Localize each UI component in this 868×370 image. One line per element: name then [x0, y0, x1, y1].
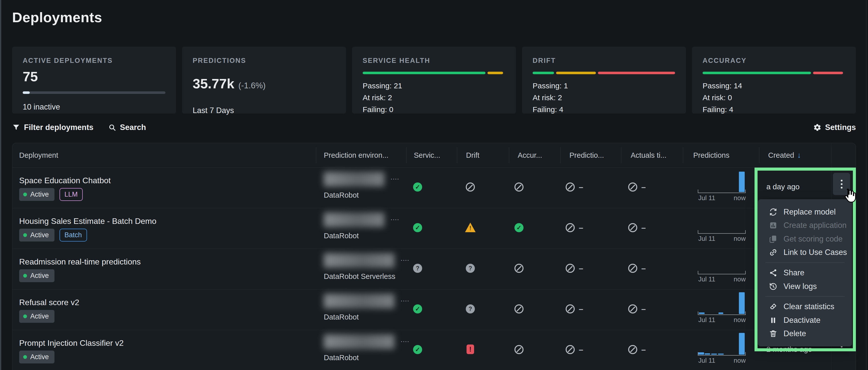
deployment-actions-menu: Replace model Create application Get sco… — [758, 199, 852, 346]
menu-item-share[interactable]: Share — [758, 266, 851, 280]
sparkline-end-label: now — [734, 235, 746, 243]
deployments-table: Deployment Prediction environ... Servic.… — [12, 143, 856, 370]
card-active-deployments: ACTIVE DEPLOYMENTS 75 10 inactive — [12, 47, 176, 114]
active-deployments-progressbar — [23, 91, 165, 94]
filter-label: Filter deployments — [24, 123, 94, 132]
drift-status-icon — [466, 182, 475, 192]
no-value-dash — [641, 264, 646, 273]
table-row-housing-sales-estimate[interactable]: Housing Sales Estimate - Batch Demo Acti… — [12, 208, 856, 249]
card-label: ACTIVE DEPLOYMENTS — [23, 57, 165, 65]
deployment-name[interactable]: Prompt Injection Classifier v2 — [19, 338, 124, 348]
drift-status-icon — [466, 264, 475, 273]
sparkline-start-label: Jul 11 — [698, 275, 715, 283]
prediction-timeliness-status-icon — [566, 182, 575, 192]
at-risk-count: At risk: 2 — [533, 92, 675, 104]
filter-deployments-button[interactable]: Filter deployments — [12, 123, 94, 132]
deployment-name[interactable]: Space Education Chatbot — [19, 176, 111, 185]
at-risk-count: At risk: 2 — [363, 92, 505, 104]
service-health-status-icon — [413, 182, 422, 192]
table-row-space-education-chatbot[interactable]: Space Education Chatbot Active LLM .... … — [12, 167, 856, 208]
column-header-created[interactable]: Created — [768, 143, 801, 167]
drift-status-icon — [467, 344, 474, 354]
sparkline-axis — [698, 233, 746, 234]
column-header-service[interactable]: Servic... — [414, 143, 440, 167]
created-cell: a day ago — [766, 182, 800, 191]
prediction-timeliness-status-icon — [566, 264, 575, 273]
accuracy-statusbar — [703, 72, 845, 74]
redaction-ellipsis: .... — [391, 215, 399, 222]
redaction-ellipsis: .... — [401, 296, 409, 303]
trash-icon — [769, 330, 777, 338]
table-row-refusal-score[interactable]: Refusal score v2 Active .... DataRobot J… — [12, 289, 856, 330]
menu-divider — [765, 262, 844, 263]
deployment-type-badge: Batch — [60, 229, 87, 241]
prediction-timeliness-status-icon — [566, 223, 575, 232]
card-drift: DRIFT Passing: 1 At risk: 2 Failing: 4 — [522, 47, 686, 114]
status-badge: Active — [19, 310, 55, 323]
menu-item-delete[interactable]: Delete — [758, 327, 851, 340]
environment-platform: DataRobot — [324, 191, 359, 199]
predictions-sparkline: Jul 11 now — [698, 333, 746, 362]
link-icon — [769, 248, 777, 257]
menu-item-create-application: Create application — [758, 219, 851, 232]
redacted-environment-name — [324, 294, 395, 308]
menu-item-link-to-use-cases[interactable]: Link to Use Cases — [758, 246, 851, 259]
pause-icon — [769, 316, 777, 324]
menu-item-deactivate[interactable]: Deactivate — [758, 313, 851, 327]
accuracy-status-icon — [515, 304, 524, 313]
table-row-prompt-injection-classifier[interactable]: Prompt Injection Classifier v2 Active ..… — [12, 330, 856, 370]
actuals-timeliness-status-icon — [628, 264, 637, 273]
menu-item-clear-statistics[interactable]: Clear statistics — [758, 300, 851, 313]
prediction-timeliness-status-icon — [566, 345, 575, 354]
settings-button[interactable]: Settings — [813, 123, 856, 132]
sparkline-end-label: now — [734, 194, 746, 202]
actuals-timeliness-status-icon — [628, 345, 637, 354]
status-badge: Active — [19, 188, 55, 201]
active-deployments-count: 75 — [23, 69, 165, 84]
failing-count: Failing: 4 — [703, 104, 845, 115]
column-header-drift[interactable]: Drift — [466, 143, 479, 167]
mouse-cursor-hand-icon — [841, 188, 857, 203]
active-dot-icon — [23, 233, 27, 237]
service-health-status-icon — [413, 345, 422, 354]
status-badge: Active — [19, 269, 55, 282]
column-header-prediction-environment[interactable]: Prediction environ... — [324, 143, 389, 167]
service-health-status-icon — [413, 304, 422, 313]
card-label: PREDICTIONS — [193, 57, 335, 65]
menu-item-replace-model[interactable]: Replace model — [758, 205, 851, 219]
drift-status-icon — [466, 304, 475, 313]
sort-desc-icon — [794, 143, 801, 167]
predictions-delta: (-1.6%) — [238, 81, 266, 90]
inactive-count: 10 inactive — [23, 103, 165, 112]
search-button[interactable]: Search — [108, 123, 146, 132]
no-value-dash — [579, 182, 583, 192]
scrollbar-track[interactable] — [866, 0, 867, 370]
no-value-dash — [579, 304, 583, 313]
search-icon — [108, 123, 116, 132]
deployment-type-badge: LLM — [60, 188, 83, 201]
created-cell: 2 months ago — [766, 345, 812, 353]
column-header-predictions[interactable]: Predictions — [693, 143, 729, 167]
table-row-readmission-predictions[interactable]: Readmission real-time predictions Active… — [12, 249, 856, 289]
sparkline-start-label: Jul 11 — [698, 357, 715, 365]
accuracy-status-icon — [515, 345, 524, 354]
menu-item-view-logs[interactable]: View logs — [758, 280, 851, 293]
gear-icon — [813, 123, 822, 132]
card-accuracy: ACCURACY Passing: 14 At risk: 0 Failing:… — [692, 47, 856, 114]
accuracy-status-icon — [515, 182, 524, 192]
column-header-actuals-timeliness[interactable]: Actuals ti... — [631, 143, 666, 167]
environment-platform: DataRobot — [324, 313, 359, 321]
column-header-prediction-timeliness[interactable]: Predictio... — [569, 143, 604, 167]
redaction-ellipsis: .... — [401, 255, 409, 262]
card-service-health: SERVICE HEALTH Passing: 21 At risk: 2 Fa… — [352, 47, 516, 114]
active-dot-icon — [23, 274, 27, 278]
predictions-sparkline: Jul 11 now — [698, 211, 746, 240]
deployment-name[interactable]: Housing Sales Estimate - Batch Demo — [19, 217, 156, 226]
column-header-deployment[interactable]: Deployment — [19, 143, 58, 167]
table-header: Deployment Prediction environ... Servic.… — [12, 143, 856, 168]
deployment-name[interactable]: Readmission real-time predictions — [19, 257, 141, 266]
deployment-name[interactable]: Refusal score v2 — [19, 298, 79, 307]
service-health-status-icon — [413, 223, 422, 232]
prediction-timeliness-status-icon — [566, 304, 575, 313]
column-header-accuracy[interactable]: Accur... — [518, 143, 542, 167]
